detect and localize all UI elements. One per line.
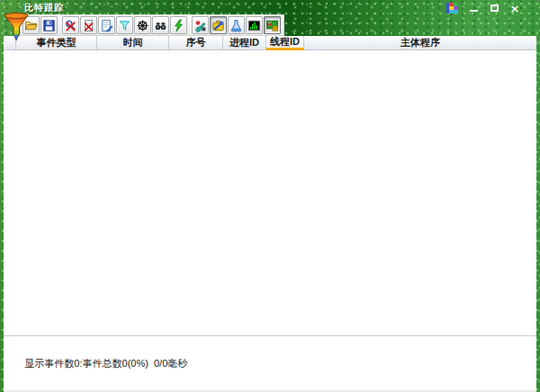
app-logo-funnel-icon: [3, 12, 30, 42]
chart-button[interactable]: [246, 16, 263, 34]
minimize-icon: [470, 10, 478, 12]
toolbar: [20, 14, 284, 36]
status-bar: 显示事件数0:事件总数0(0%) 0/0毫秒: [4, 335, 536, 390]
filter-edit-icon: [100, 19, 113, 32]
capture-stop-icon: [64, 19, 77, 32]
maximize-icon: [490, 4, 499, 12]
capture-bolt-button[interactable]: [170, 16, 187, 34]
flask-icon: [230, 19, 243, 32]
chart-icon: [248, 19, 261, 32]
close-button[interactable]: ×: [509, 4, 520, 13]
capture-stop-button[interactable]: [62, 16, 79, 34]
screen-icon: [266, 19, 279, 32]
tray-mosaic-icon[interactable]: [446, 3, 458, 13]
column-header-program[interactable]: 主体程序: [304, 36, 536, 50]
wheel-icon: [136, 19, 149, 32]
screen-button[interactable]: [264, 16, 281, 34]
window-controls: ×: [446, 3, 520, 13]
column-header-row: 事件类型时间序号进程ID线程ID主体程序: [4, 36, 536, 50]
save-button[interactable]: [40, 16, 58, 34]
maximize-button[interactable]: [489, 4, 500, 13]
window-title: 比特跟踪: [24, 2, 64, 14]
filter-icon: [118, 19, 131, 32]
column-header-thread-id[interactable]: 线程ID: [266, 36, 304, 50]
status-text: 显示事件数0:事件总数0(0%) 0/0毫秒: [24, 358, 187, 369]
app-window: 比特跟踪 ×: [0, 0, 540, 392]
toolbox-icon: [212, 19, 225, 32]
find-icon: [154, 19, 167, 32]
titlebar[interactable]: 比特跟踪 ×: [0, 0, 540, 14]
main-panel: 事件类型时间序号进程ID线程ID主体程序 显示事件数0:事件总数0(0%) 0/…: [4, 36, 536, 390]
capture-bolt-icon: [172, 19, 185, 32]
toolbox-button[interactable]: [210, 16, 227, 34]
clear-events-button[interactable]: [80, 16, 97, 34]
filter-button[interactable]: [116, 16, 133, 34]
close-icon: ×: [510, 4, 520, 13]
wheel-button[interactable]: [134, 16, 151, 34]
column-header-seq[interactable]: 序号: [169, 36, 223, 50]
find-button[interactable]: [152, 16, 169, 34]
column-header-process-id[interactable]: 进程ID: [223, 36, 266, 50]
tools-button[interactable]: [192, 16, 209, 34]
event-list[interactable]: [4, 50, 536, 335]
clear-events-icon: [82, 19, 95, 32]
column-header-time[interactable]: 时间: [97, 36, 169, 50]
flask-button[interactable]: [228, 16, 245, 34]
minimize-button[interactable]: [468, 4, 479, 13]
save-icon: [42, 19, 56, 32]
filter-edit-button[interactable]: [98, 16, 115, 34]
tools-icon: [194, 19, 207, 32]
